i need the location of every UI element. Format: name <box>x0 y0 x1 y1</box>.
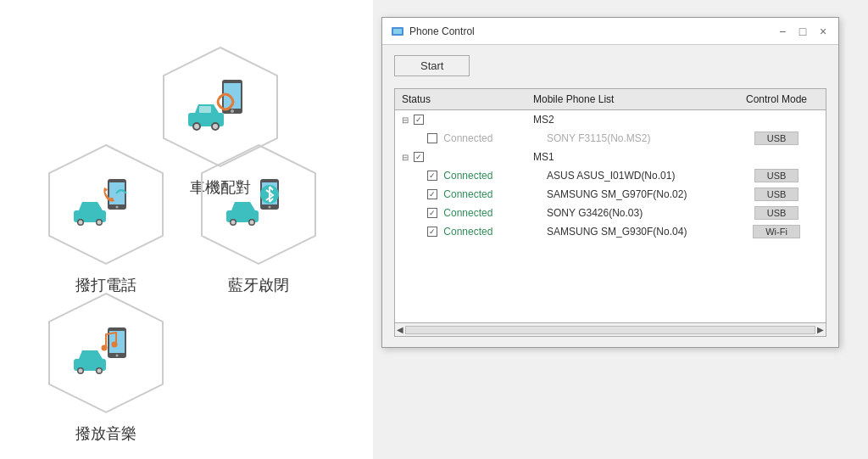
app-icon <box>391 25 404 38</box>
close-button[interactable]: × <box>816 25 830 38</box>
header-phone: Mobile Phone List <box>533 93 734 105</box>
table-row[interactable]: Connected SONY F3115(No.MS2) USB <box>395 129 826 148</box>
horizontal-scrollbar[interactable]: ◀ ▶ <box>395 322 826 336</box>
hex-label-bluetooth: 藍牙啟閉 <box>228 275 289 295</box>
window-content: Start Status Mobile Phone List Control M… <box>382 45 838 347</box>
connected-label: Connected <box>441 188 492 200</box>
control-mode: Wi-Fi <box>734 225 819 238</box>
svg-point-25 <box>231 220 236 224</box>
svg-point-39 <box>79 368 83 372</box>
row-checkbox[interactable]: ✓ <box>414 115 424 125</box>
svg-marker-23 <box>231 202 255 210</box>
expand-icon <box>415 190 424 199</box>
svg-point-20 <box>116 205 119 208</box>
row-checkbox[interactable]: ✓ <box>414 152 424 162</box>
phone-name: SAMSUNG SM_G930F(No.04) <box>547 226 734 238</box>
expand-icon[interactable]: ⊟ <box>402 153 410 162</box>
row-checkbox[interactable]: ✓ <box>427 189 437 199</box>
svg-point-46 <box>112 341 118 347</box>
hex-item-music[interactable]: 撥放音樂 <box>42 289 170 444</box>
expand-icon <box>415 227 424 237</box>
svg-point-45 <box>102 344 108 350</box>
maximize-button[interactable]: □ <box>796 25 810 38</box>
svg-rect-48 <box>393 29 402 34</box>
hex-item-call[interactable]: 撥打電話 <box>42 141 170 295</box>
table-row[interactable]: ⊟ ✓ MS2 <box>395 110 826 129</box>
svg-point-15 <box>79 220 83 224</box>
control-mode: USB <box>734 206 819 220</box>
connected-label: Connected <box>441 226 492 238</box>
control-mode: USB <box>734 132 819 145</box>
table-row[interactable]: ✓ Connected ASUS ASUS_I01WD(No.01) USB <box>395 166 826 185</box>
hex-item-bluetooth[interactable]: 藍牙啟閉 <box>195 141 322 295</box>
row-checkbox[interactable]: ✓ <box>427 227 437 237</box>
expand-icon[interactable]: ⊟ <box>402 115 410 125</box>
svg-point-41 <box>97 368 102 372</box>
table-row[interactable]: ✓ Connected SONY G3426(No.03) USB <box>395 204 826 222</box>
header-status: Status <box>402 93 533 105</box>
svg-point-44 <box>116 354 119 356</box>
table-row[interactable]: ✓ Connected SAMSUNG SM_G930F(No.04) Wi-F… <box>395 222 826 241</box>
row-checkbox[interactable]: ✓ <box>427 208 437 218</box>
expand-icon <box>415 134 424 143</box>
app-window: Phone Control − □ × Start Status Mobile … <box>381 17 839 348</box>
start-button[interactable]: Start <box>394 55 470 76</box>
titlebar-left: Phone Control <box>391 25 475 38</box>
table-header: Status Mobile Phone List Control Mode <box>395 89 826 110</box>
connected-label <box>427 151 430 163</box>
svg-marker-37 <box>79 350 103 359</box>
connected-label: Connected <box>441 132 492 144</box>
connected-label: Connected <box>441 170 492 182</box>
control-mode: USB <box>734 188 819 201</box>
hex-label-music: 撥放音樂 <box>75 423 136 444</box>
svg-point-27 <box>250 220 254 224</box>
left-panel: 車機配對 <box>0 0 373 459</box>
control-mode: USB <box>734 169 819 182</box>
expand-icon <box>415 171 424 181</box>
svg-point-6 <box>213 124 218 129</box>
table-row[interactable]: ✓ Connected SAMSUNG SM_G970F(No.02) USB <box>395 185 826 204</box>
phone-name: MS2 <box>533 114 734 126</box>
minimize-button[interactable]: − <box>776 25 789 38</box>
scroll-left-arrow[interactable]: ◀ <box>397 325 403 334</box>
expand-icon <box>415 209 424 218</box>
phone-name: SONY F3115(No.MS2) <box>547 132 734 144</box>
svg-point-17 <box>97 220 102 224</box>
scroll-track[interactable] <box>405 326 815 334</box>
row-checkbox[interactable] <box>427 133 437 143</box>
svg-point-4 <box>194 124 199 129</box>
window-title: Phone Control <box>409 25 475 37</box>
table-row[interactable]: ⊟ ✓ MS1 <box>395 148 826 166</box>
header-mode: Control Mode <box>734 93 819 105</box>
phone-name: SONY G3426(No.03) <box>547 207 734 219</box>
right-panel: Phone Control − □ × Start Status Mobile … <box>373 0 868 459</box>
row-checkbox[interactable]: ✓ <box>427 171 437 181</box>
titlebar-controls: − □ × <box>776 25 830 38</box>
svg-point-10 <box>231 109 234 113</box>
titlebar: Phone Control − □ × <box>382 18 838 45</box>
svg-point-30 <box>269 205 271 208</box>
svg-marker-13 <box>79 202 103 210</box>
connected-label: Connected <box>441 207 492 219</box>
device-table: Status Mobile Phone List Control Mode ⊟ … <box>394 88 826 337</box>
phone-name: ASUS ASUS_I01WD(No.01) <box>547 170 734 182</box>
svg-rect-7 <box>199 106 211 113</box>
scroll-right-arrow[interactable]: ▶ <box>817 325 824 334</box>
hex-grid: 車機配對 <box>25 26 348 434</box>
phone-name: SAMSUNG SM_G970F(No.02) <box>547 188 734 200</box>
connected-label <box>427 114 430 126</box>
phone-name: MS1 <box>533 151 734 163</box>
table-body: ⊟ ✓ MS2 Connected <box>395 110 826 322</box>
